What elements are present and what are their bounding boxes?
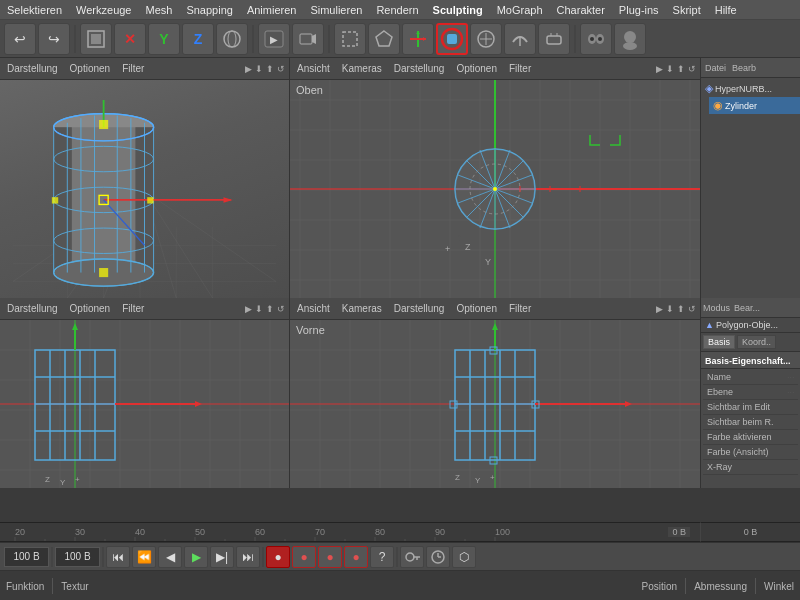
vp-br-filter[interactable]: Filter [506,303,534,314]
camera-button[interactable] [292,23,324,55]
obj-mode-button[interactable] [80,23,112,55]
prop-sichtbar-render: Sichtbar beim R. [703,415,798,430]
move-button[interactable] [402,23,434,55]
toolbar-separator-3 [328,25,330,53]
key-button[interactable] [400,546,424,568]
menu-bar: Selektieren Werkzeuge Mesh Snapping Anim… [0,0,800,20]
koord-tab[interactable]: Koord.. [737,335,776,349]
vp-tr-darstellung[interactable]: Darstellung [391,63,448,74]
menu-plugins[interactable]: Plug-ins [616,4,662,16]
menu-werkzeuge[interactable]: Werkzeuge [73,4,134,16]
clock-button[interactable] [426,546,450,568]
vp-tr-kameras[interactable]: Kameras [339,63,385,74]
menu-sculpting[interactable]: Sculpting [430,4,486,16]
play-end-button[interactable]: ⏭ [236,546,260,568]
z-axis-button[interactable]: Z [182,23,214,55]
prop-name: Name ············· [703,370,798,385]
vp-bl-icon2: ⬇ [255,304,263,314]
rect-select-button[interactable] [334,23,366,55]
vp-bl-darstellung[interactable]: Darstellung [4,303,61,314]
menu-skript[interactable]: Skript [670,4,704,16]
vp-left-darstellung[interactable]: Darstellung [4,63,61,74]
timeline-ticks [0,523,700,542]
vp-left-filter[interactable]: Filter [119,63,147,74]
sculpt-active-button[interactable] [436,23,468,55]
vp-left-optionen[interactable]: Optionen [67,63,114,74]
play-prev-button[interactable]: ◀ [158,546,182,568]
winkel-label: Winkel [764,581,794,592]
menu-rendern[interactable]: Rendern [373,4,421,16]
vorne-label: Vorne [296,324,325,336]
props-bear-tab[interactable]: Bear... [734,303,760,313]
record-pos-button[interactable]: ● [292,546,316,568]
vp-tr-ansicht[interactable]: Ansicht [294,63,333,74]
scene-header-bearb[interactable]: Bearb [732,63,756,73]
frame-end-input[interactable] [55,547,100,567]
anim-button[interactable]: ▶ [258,23,290,55]
snap-button[interactable]: ⬡ [452,546,476,568]
vp-br-icon3: ⬆ [677,304,685,314]
vp-left-icon4: ↺ [277,64,285,74]
scene-header-datei[interactable]: Datei [705,63,726,73]
play-start-button[interactable]: ⏮ [106,546,130,568]
frame-start-input[interactable] [4,547,49,567]
vp-bl-filter[interactable]: Filter [119,303,147,314]
eyes-button[interactable] [580,23,612,55]
svg-rect-20 [547,36,561,44]
y-axis-button[interactable]: Y [148,23,180,55]
menu-mesh[interactable]: Mesh [142,4,175,16]
sculpt-btn3[interactable] [504,23,536,55]
x-axis-button[interactable]: ✕ [114,23,146,55]
play-back-button[interactable]: ⏪ [132,546,156,568]
menu-hilfe[interactable]: Hilfe [712,4,740,16]
svg-text:Y: Y [485,257,491,267]
scene-item-hypernurbs[interactable]: ◈ HyperNURB... [701,80,800,97]
viewport-3d-left[interactable] [0,80,290,298]
sculpt-btn4[interactable] [538,23,570,55]
vp-br-ansicht[interactable]: Ansicht [294,303,333,314]
scene-item-zylinder[interactable]: ◉ Zylinder [709,97,800,114]
basis-tab[interactable]: Basis [703,335,735,349]
zylinder-label: Zylinder [725,101,757,111]
viewport-bottom-left[interactable]: Y + Z [0,320,290,488]
bottom-controls-top: ⏮ ⏪ ◀ ▶ ▶| ⏭ ● ● ● ● ? ⬡ [0,543,800,571]
vp-bl-optionen[interactable]: Optionen [67,303,114,314]
record-rot-button[interactable]: ● [318,546,342,568]
svg-point-25 [590,37,594,41]
timeline-area[interactable]: 20 30 40 50 60 70 80 90 100 0 B [0,522,700,542]
viewport-bottom-right[interactable]: Vorne [290,320,700,488]
menu-charakter[interactable]: Charakter [554,4,608,16]
vp-br-darstellung[interactable]: Darstellung [391,303,448,314]
vp-br-optionen[interactable]: Optionen [453,303,500,314]
abmessung-label: Abmessung [694,581,747,592]
props-modus-tab[interactable]: Modus [703,303,730,313]
vp-br-kameras[interactable]: Kameras [339,303,385,314]
world-button[interactable] [216,23,248,55]
vp-tr-optionen[interactable]: Optionen [453,63,500,74]
vp-bl-icon1: ▶ [245,304,252,314]
scene-tree-header: Datei Bearb [701,58,800,78]
sculpt-btn2[interactable] [470,23,502,55]
play-next-button[interactable]: ▶| [210,546,234,568]
head-button[interactable] [614,23,646,55]
viewport-top-oben[interactable]: Oben [290,80,700,298]
oben-label: Oben [296,84,323,96]
help-button[interactable]: ? [370,546,394,568]
menu-snapping[interactable]: Snapping [183,4,236,16]
vp-tr-filter[interactable]: Filter [506,63,534,74]
redo-button[interactable]: ↪ [38,23,70,55]
undo-button[interactable]: ↩ [4,23,36,55]
menu-selektieren[interactable]: Selektieren [4,4,65,16]
record-button[interactable]: ● [266,546,290,568]
play-button[interactable]: ▶ [184,546,208,568]
hypernurbs-icon: ◈ [705,82,713,95]
poly-select-button[interactable] [368,23,400,55]
viewport-br-svg: Y + Z [290,320,700,488]
menu-animieren[interactable]: Animieren [244,4,300,16]
menu-mograph[interactable]: MoGraph [494,4,546,16]
viewport-3d-svg [0,100,289,298]
toolbar: ↩ ↪ ✕ Y Z ▶ [0,20,800,58]
menu-simulieren[interactable]: Simulieren [307,4,365,16]
vp-br-icon2: ⬇ [666,304,674,314]
record-scale-button[interactable]: ● [344,546,368,568]
